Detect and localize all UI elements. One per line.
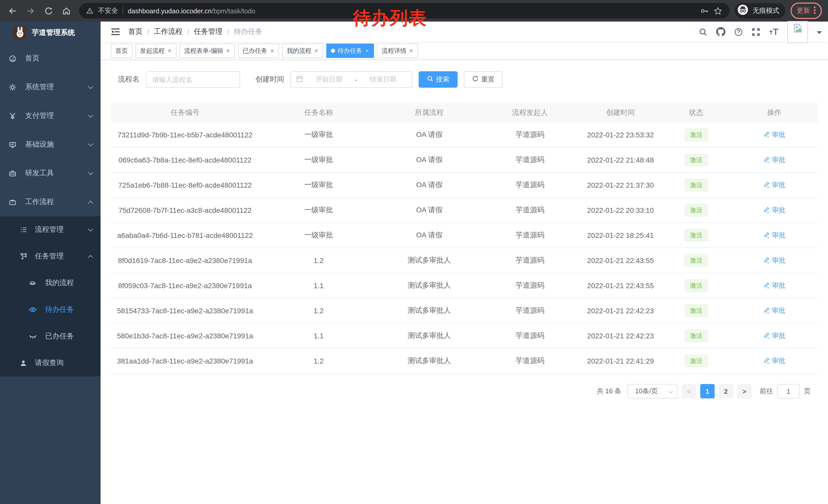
cell-starter: 芋道源码 — [481, 356, 579, 366]
app-title: 芋道管理系统 — [32, 28, 75, 37]
cell-starter: 芋道源码 — [481, 231, 579, 240]
approve-link[interactable]: 审批 — [763, 205, 785, 215]
approve-link[interactable]: 审批 — [763, 155, 785, 165]
tab-close-icon[interactable]: × — [167, 47, 172, 54]
app-logo[interactable]: 芋道管理系统 — [0, 21, 100, 44]
sidebar-item-todo-tasks[interactable]: 待办任务 — [0, 296, 100, 323]
process-name-input[interactable] — [146, 71, 240, 88]
approve-link[interactable]: 审批 — [763, 256, 785, 265]
breadcrumb-home[interactable]: 首页 — [128, 27, 142, 36]
reload-icon[interactable] — [44, 6, 53, 15]
tab-close-icon[interactable]: × — [270, 47, 275, 54]
home-icon[interactable] — [62, 6, 71, 15]
bookmark-star-icon[interactable] — [714, 6, 722, 15]
view-tab[interactable]: 流程表单-编辑 × — [179, 44, 235, 58]
column-header: 创建时间 — [579, 108, 662, 118]
view-tab[interactable]: 首页 × — [111, 44, 132, 58]
forward-icon[interactable] — [26, 6, 35, 15]
user-icon — [19, 359, 27, 367]
password-key-icon[interactable] — [700, 6, 709, 15]
page-size-select[interactable]: 10条/页 — [627, 384, 678, 398]
table-row: 069c6a63-7b8a-11ec-8ef0-acde48001122 一级审… — [111, 148, 818, 173]
cell-starter: 芋道源码 — [481, 331, 579, 340]
browser-update-button[interactable]: 更新 — [791, 3, 822, 19]
breadcrumb-workflow[interactable]: 工作流程 — [154, 27, 182, 36]
sidebar-item-home[interactable]: 首页 — [0, 44, 100, 73]
approve-link[interactable]: 审批 — [763, 331, 785, 340]
reset-button[interactable]: 重置 — [464, 71, 503, 88]
sidebar-item-payment[interactable]: 支付管理 — [0, 101, 100, 130]
monitor-icon — [9, 141, 16, 148]
kebab-menu-icon[interactable] — [814, 6, 816, 16]
cell-task-name: 一级审批 — [259, 205, 378, 215]
back-icon[interactable] — [8, 6, 17, 15]
search-button[interactable]: 搜索 — [419, 71, 458, 88]
approve-link[interactable]: 审批 — [763, 356, 785, 366]
github-icon[interactable] — [716, 27, 726, 36]
goto-page-input[interactable] — [777, 384, 800, 398]
chevron-down-icon — [88, 143, 93, 146]
cell-task-id: 381aa1dd-7ac8-11ec-a9e2-a2380e71991a — [111, 357, 259, 365]
cell-task-id: 8f0d1619-7ac8-11ec-a9e2-a2380e71991a — [111, 256, 259, 265]
create-time-label: 创建时间 — [255, 75, 284, 84]
security-label[interactable]: 不安全 — [98, 6, 118, 15]
page-button-1[interactable]: 1 — [700, 384, 715, 398]
view-tab[interactable]: 我的流程 × — [282, 44, 323, 58]
chevron-up-icon — [88, 255, 93, 258]
chevron-down-icon — [88, 172, 93, 175]
avatar-caret-icon[interactable] — [817, 31, 822, 36]
tab-label: 流程表单-编辑 — [184, 46, 223, 55]
navbar-actions — [699, 21, 822, 43]
breadcrumb-task-mgmt[interactable]: 任务管理 — [194, 27, 223, 36]
url-text[interactable]: dashboard.yudao.iocoder.cn/bpm/task/todo — [128, 7, 255, 15]
sidebar-item-my-process[interactable]: 我的流程 — [0, 270, 100, 296]
view-tab[interactable]: 流程详情 × — [377, 44, 418, 58]
table-row: 725a1eb6-7b88-11ec-8ef0-acde48001122 一级审… — [111, 173, 818, 198]
view-tab[interactable]: 发起流程 × — [135, 44, 176, 58]
incognito-label: 无痕模式 — [753, 6, 779, 15]
font-size-icon[interactable] — [769, 28, 779, 36]
fullscreen-icon[interactable] — [752, 28, 760, 36]
tab-close-icon[interactable]: × — [314, 47, 319, 54]
sidebar-item-leave-query[interactable]: 请假查询 — [0, 350, 100, 376]
sidebar-item-system[interactable]: 系统管理 — [0, 73, 100, 101]
dashboard-icon — [9, 55, 16, 62]
help-icon[interactable] — [734, 28, 743, 36]
next-page-button[interactable]: > — [737, 384, 752, 398]
sidebar-item-infrastructure[interactable]: 基础设施 — [0, 130, 100, 159]
tab-close-icon[interactable]: × — [365, 47, 369, 54]
refresh-icon — [472, 75, 479, 84]
sidebar-item-dev-tools[interactable]: 研发工具 — [0, 159, 100, 188]
table-row: a6aba0a4-7b6d-11ec-b781-acde48001122 一级审… — [111, 223, 818, 248]
approve-link[interactable]: 审批 — [763, 180, 785, 190]
tab-close-icon[interactable]: × — [409, 47, 413, 54]
flow-icon — [19, 253, 27, 260]
sidebar-item-done-tasks[interactable]: 已办任务 — [0, 323, 100, 350]
view-tab[interactable]: 待办任务 × — [326, 44, 374, 58]
edit-icon — [763, 207, 770, 214]
page-button-2[interactable]: 2 — [719, 384, 733, 398]
divider — [123, 7, 123, 15]
sidebar-item-workflow[interactable]: 工作流程 — [0, 188, 100, 216]
table-row: 381aa1dd-7ac8-11ec-a9e2-a2380e71991a 1.2… — [111, 349, 818, 374]
cell-starter: 芋道源码 — [481, 155, 579, 165]
view-tab[interactable]: 已办任务 × — [238, 44, 279, 58]
process-name-label: 流程名 — [118, 75, 139, 84]
approve-link[interactable]: 审批 — [763, 306, 785, 315]
sidebar-collapse-icon[interactable] — [107, 28, 124, 36]
tab-close-icon[interactable]: × — [226, 47, 230, 54]
avatar[interactable] — [787, 21, 808, 43]
prev-page-button[interactable]: < — [682, 384, 696, 398]
date-range-picker[interactable]: 开始日期 - 结束日期 — [290, 71, 412, 88]
search-icon[interactable] — [699, 28, 707, 36]
sidebar-item-task-mgmt[interactable]: 任务管理 — [0, 243, 100, 270]
sidebar-item-process-mgmt[interactable]: 流程管理 — [0, 216, 100, 243]
tab-label: 待办任务 — [338, 46, 362, 55]
approve-link[interactable]: 审批 — [763, 231, 785, 240]
cell-created: 2022-01-21 22:43:55 — [579, 256, 662, 265]
edit-icon — [763, 282, 770, 289]
sidebar-menu: 首页 系统管理 支付管理 基础设施 — [0, 44, 100, 504]
approve-link[interactable]: 审批 — [763, 130, 785, 139]
approve-link[interactable]: 审批 — [763, 281, 785, 290]
table-row: 75d72608-7b7f-11ec-a3c8-acde48001122 一级审… — [111, 198, 818, 223]
